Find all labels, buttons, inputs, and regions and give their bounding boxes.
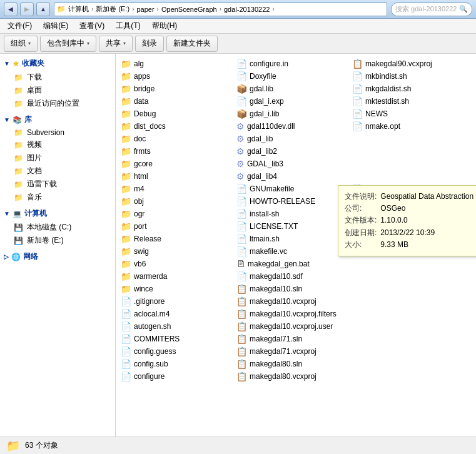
sidebar-item-documents[interactable]: 📁 文档	[0, 164, 115, 178]
file-item-makegdal71-sln[interactable]: 📋 makegdal71.sln	[234, 333, 350, 345]
file-item-commiters[interactable]: 📄 COMMITERS	[118, 333, 234, 345]
file-item-alg[interactable]: 📁 alg	[118, 58, 234, 70]
file-item-mkbindist[interactable]: 📄 mkbindist.sh	[350, 70, 465, 83]
file-item-swig[interactable]: 📁 swig	[118, 245, 234, 258]
file-item-gdal-dll2[interactable]: ⚙ gdal_lib	[234, 133, 350, 145]
file-item-ltmain[interactable]: 📄 ltmain.sh	[234, 233, 350, 245]
file-item-news[interactable]: 📄 NEWS	[350, 108, 465, 120]
file-name: NEWS	[365, 109, 388, 118]
file-item-bridge[interactable]: 📁 bridge	[118, 83, 234, 95]
file-icon: 📄	[121, 321, 131, 331]
file-item-config-sub[interactable]: 📄 config.sub	[118, 358, 234, 370]
sidebar-item-drive-e[interactable]: 💾 新加卷 (E:)	[0, 234, 115, 247]
file-item-makegdal10-sln[interactable]: 📋 makegdal10.sln	[234, 283, 350, 295]
sidebar-computer-header[interactable]: ▼ 💻 计算机	[0, 206, 115, 221]
drive-e-label: 新加卷 (E:)	[27, 235, 64, 246]
file-icon: 📄	[236, 246, 247, 256]
file-item-html[interactable]: 📁 html	[118, 170, 234, 183]
back-button[interactable]: ◀	[4, 3, 18, 16]
file-item-makegdal71-vcxproj[interactable]: 📋 makegdal71.vcxproj	[234, 345, 350, 358]
file-item-makegdal10-user[interactable]: 📋 makegdal10.vcxproj.user	[234, 320, 350, 333]
file-name: gcore	[134, 159, 153, 168]
file-item-port[interactable]: 📁 port	[118, 220, 234, 233]
file-item-gitignore[interactable]: 📄 .gitignore	[118, 295, 234, 308]
sidebar-item-desktop[interactable]: 📁 桌面	[0, 84, 115, 97]
folder-icon: 📁	[121, 171, 131, 181]
sidebar-item-subversion[interactable]: 📁 Subversion	[0, 127, 115, 138]
sidebar-item-video[interactable]: 📁 视频	[0, 138, 115, 151]
sidebar-item-music[interactable]: 📁 音乐	[0, 191, 115, 204]
file-item-gnumakefile[interactable]: 📄 GNUmakefile	[234, 183, 350, 195]
file-item-makegdal80-vcxproj[interactable]: 📋 makegdal80.vcxproj	[234, 370, 350, 383]
file-item-mkgdaldist[interactable]: 📄 mkgdaldist.sh	[350, 83, 465, 95]
burn-button[interactable]: 刻录	[135, 36, 164, 52]
sidebar-library-header[interactable]: ▼ 📚 库	[0, 113, 115, 127]
file-icon: 📄	[121, 346, 131, 356]
file-item-howto-release[interactable]: 📄 HOWTO-RELEASE	[234, 195, 350, 208]
sidebar-network-header[interactable]: ▷ 🌐 网络	[0, 250, 115, 264]
file-item-gdal-i-exp[interactable]: 📄 gdal_i.exp	[234, 95, 350, 108]
share-button[interactable]: 共享 ▾	[99, 36, 133, 52]
file-item-mktestdist[interactable]: 📄 mktestdist.sh	[350, 95, 465, 108]
file-item-doc[interactable]: 📁 doc	[118, 133, 234, 145]
file-item-makegdal10-sdf[interactable]: 📄 makegdal10.sdf	[234, 270, 350, 283]
organize-button[interactable]: 组织 ▾	[4, 36, 38, 52]
file-item-gdal-dll5[interactable]: ⚙ gdal_lib4	[234, 170, 350, 183]
menu-tools[interactable]: 工具(T)	[111, 19, 145, 33]
file-item-configure[interactable]: 📄 configure	[118, 370, 234, 383]
file-item-makegdal10-filters[interactable]: 📋 makegdal10.vcxproj.filters	[234, 308, 350, 320]
file-item-gdal-lib[interactable]: 📦 gdal.lib	[234, 83, 350, 95]
file-item-data[interactable]: 📁 data	[118, 95, 234, 108]
menu-help[interactable]: 帮助(H)	[147, 19, 183, 33]
file-item-makegdal-gen-bat[interactable]: 🖹 makegdal_gen.bat	[234, 258, 350, 270]
folder-icon: 📁	[121, 271, 131, 281]
menu-view[interactable]: 查看(V)	[74, 19, 109, 33]
menu-file[interactable]: 文件(F)	[3, 19, 37, 33]
file-item-makegdal90-vcxproj[interactable]: 📋 makegdal90.vcxproj	[350, 58, 465, 70]
sidebar-favorites-header[interactable]: ▼ ★ 收藏夹	[0, 56, 115, 71]
search-box[interactable]: 搜索 gdal-20130222 🔍	[391, 3, 472, 16]
file-item-gdal-i-lib[interactable]: 📦 gdal_i.lib	[234, 108, 350, 120]
file-item-config-guess[interactable]: 📄 config.guess	[118, 345, 234, 358]
file-item-frmts[interactable]: 📁 frmts	[118, 145, 234, 158]
file-item-vb6[interactable]: 📁 vb6	[118, 258, 234, 270]
sidebar-item-downloads[interactable]: 📁 下载	[0, 71, 115, 84]
file-item-warmerda[interactable]: 📁 warmerda	[118, 270, 234, 283]
up-button[interactable]: ▲	[36, 3, 50, 16]
file-item-install-sh[interactable]: 📄 install-sh	[234, 208, 350, 220]
file-item-gdal-dll3[interactable]: ⚙ gdal_lib2	[234, 145, 350, 158]
menu-edit[interactable]: 编辑(E)	[38, 19, 73, 33]
file-item-m4[interactable]: 📁 m4	[118, 183, 234, 195]
new-folder-button[interactable]: 新建文件夹	[166, 36, 218, 52]
file-item-makefile-vc[interactable]: 📄 makefile.vc	[234, 245, 350, 258]
file-item-aclocal[interactable]: 📄 aclocal.m4	[118, 308, 234, 320]
forward-button[interactable]: ▶	[20, 3, 34, 16]
sidebar-item-drive-c[interactable]: 💾 本地磁盘 (C:)	[0, 221, 115, 234]
file-item-gdal-dll4[interactable]: ⚙ GDAL_lib3	[234, 158, 350, 170]
music-icon: 📁	[14, 193, 23, 202]
file-item-wince[interactable]: 📁 wince	[118, 283, 234, 295]
file-item-autogen[interactable]: 📄 autogen.sh	[118, 320, 234, 333]
file-icon: 📄	[236, 59, 247, 69]
file-item-obj[interactable]: 📁 obj	[118, 195, 234, 208]
sidebar-item-recent[interactable]: 📁 最近访问的位置	[0, 97, 115, 110]
file-item-doxyfile[interactable]: 📄 Doxyfile	[234, 70, 350, 83]
address-bar[interactable]: 📁 计算机 › 新加卷 (E:) › paper › OpenSceneGrap…	[54, 3, 387, 16]
file-item-configure-in[interactable]: 📄 configure.in	[234, 58, 350, 70]
file-item-ogr[interactable]: 📁 ogr	[118, 208, 234, 220]
file-item-gcore[interactable]: 📁 gcore	[118, 158, 234, 170]
file-item-debug[interactable]: 📁 Debug	[118, 108, 234, 120]
include-in-library-button[interactable]: 包含到库中 ▾	[40, 36, 96, 52]
file-item-nmake-opt[interactable]: 📄 nmake.opt	[350, 120, 465, 133]
sidebar-item-thunder[interactable]: 📁 迅雷下载	[0, 178, 115, 191]
file-item-empty4	[350, 170, 465, 183]
file-item-license[interactable]: 📄 LICENSE.TXT	[234, 220, 350, 233]
file-item-dist-docs[interactable]: 📁 dist_docs	[118, 120, 234, 133]
file-name: apps	[134, 72, 150, 81]
file-item-apps[interactable]: 📁 apps	[118, 70, 234, 83]
file-item-makegdal10-vcxproj[interactable]: 📋 makegdal10.vcxproj	[234, 295, 350, 308]
file-item-release[interactable]: 📁 Release	[118, 233, 234, 245]
file-item-makegdal80-sln[interactable]: 📋 makegdal80.sln	[234, 358, 350, 370]
file-item-gdal110dev-dll[interactable]: ⚙ gdal110dev.dll	[234, 120, 350, 133]
sidebar-item-pictures[interactable]: 📁 图片	[0, 151, 115, 164]
